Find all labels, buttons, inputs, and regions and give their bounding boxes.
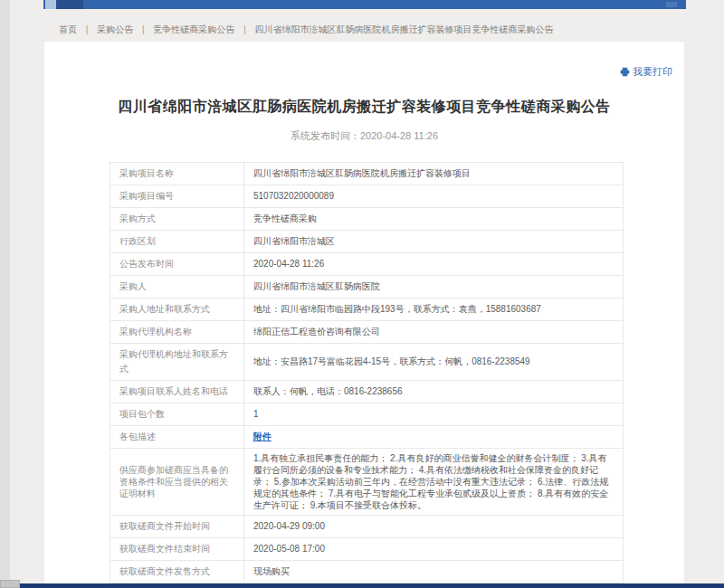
breadcrumb-home-link[interactable]: 首页 <box>59 24 77 34</box>
row-label: 项目包个数 <box>110 403 244 426</box>
page: 首页 | 采购公告 | 竞争性磋商采购公告 | 四川省绵阳市涪城区肛肠病医院机房… <box>0 0 724 588</box>
row-value: 地址：四川省绵阳市临园路中段193号，联系方式：袁燕，15881603687 <box>244 299 624 321</box>
table-row: 采购代理机构地址和联系方式 地址：安昌路17号富临花园4-15号，联系方式：何帆… <box>110 344 624 381</box>
table-row: 公告发布时间 2020-04-28 11:26 <box>110 253 624 276</box>
page-title: 四川省绵阳市涪城区肛肠病医院机房搬迁扩容装修项目竞争性磋商采购公告 <box>44 98 684 117</box>
printer-icon <box>620 67 630 77</box>
attachment-link[interactable]: 附件 <box>253 432 272 441</box>
row-value: 5107032020000089 <box>244 185 624 208</box>
publish-time: 系统发布时间：2020-04-28 11:26 <box>44 129 684 143</box>
breadcrumb-separator: | <box>142 24 145 34</box>
topbar-active-segment <box>56 0 83 9</box>
table-row: 行政区划 四川省绵阳市涪城区 <box>110 231 624 253</box>
row-label: 采购方式 <box>110 208 244 231</box>
row-label: 供应商参加磋商应当具备的资格条件和应当提供的相关证明材料 <box>110 449 244 516</box>
print-button-label: 我要打印 <box>633 65 672 79</box>
row-label: 获取磋商文件发售方式 <box>110 561 244 583</box>
topbar-right-icon <box>666 2 677 7</box>
row-value: 绵阳正信工程造价咨询有限公司 <box>244 321 624 344</box>
table-row: 采购项目联系人姓名和电话 联系人：何帆，电话：0816-2238656 <box>110 381 624 403</box>
topbar-logo-block <box>45 0 56 9</box>
row-label: 行政区划 <box>110 231 244 253</box>
row-label: 采购代理机构地址和联系方式 <box>110 344 244 381</box>
breadcrumb-competitive-consultation-link[interactable]: 竞争性磋商采购公告 <box>153 24 234 34</box>
footer-top-border <box>0 583 724 588</box>
row-label: 采购人地址和联系方式 <box>110 299 244 321</box>
print-button[interactable]: 我要打印 <box>620 65 672 79</box>
row-value: 联系人：何帆，电话：0816-2238656 <box>244 381 624 403</box>
table-row: 采购项目编号 5107032020000089 <box>110 185 624 208</box>
row-label: 采购项目联系人姓名和电话 <box>110 381 244 403</box>
row-value: 四川省绵阳市涪城区肛肠病医院 <box>244 276 624 299</box>
row-value: 地址：安昌路17号富临花园4-15号，联系方式：何帆，0816-2238549 <box>244 344 624 381</box>
breadcrumb-separator: | <box>243 24 246 34</box>
row-label: 采购人 <box>110 276 244 299</box>
table-row: 采购方式 竞争性磋商采购 <box>110 208 624 231</box>
row-value: 1.具有独立承担民事责任的能力； 2.具有良好的商业信誉和健全的财务会计制度； … <box>244 449 624 516</box>
horizontal-scrollbar-thumb[interactable] <box>0 580 20 588</box>
table-row: 采购项目名称 四川省绵阳市涪城区肛肠病医院机房搬迁扩容装修项目 <box>110 163 624 185</box>
breadcrumb: 首页 | 采购公告 | 竞争性磋商采购公告 | 四川省绵阳市涪城区肛肠病医院机房… <box>59 24 554 36</box>
table-row: 项目包个数 1 <box>110 403 624 426</box>
table-row: 供应商参加磋商应当具备的资格条件和应当提供的相关证明材料 1.具有独立承担民事责… <box>110 449 624 516</box>
row-value: 附件 <box>244 426 624 449</box>
table-row: 各包描述 附件 <box>110 426 624 449</box>
table-row: 获取磋商文件开始时间 2020-04-29 09:00 <box>110 516 624 538</box>
breadcrumb-separator: | <box>86 24 89 34</box>
row-value: 四川省绵阳市涪城区肛肠病医院机房搬迁扩容装修项目 <box>244 163 624 185</box>
row-label: 采购代理机构名称 <box>110 321 244 344</box>
table-row: 采购人地址和联系方式 地址：四川省绵阳市临园路中段193号，联系方式：袁燕，15… <box>110 299 624 321</box>
row-label: 获取磋商文件结束时间 <box>110 538 244 561</box>
row-label: 采购项目名称 <box>110 163 244 185</box>
row-label: 采购项目编号 <box>110 185 244 208</box>
row-value: 2020-04-29 09:00 <box>244 516 624 538</box>
table-row: 采购人 四川省绵阳市涪城区肛肠病医院 <box>110 276 624 299</box>
table-row: 获取磋商文件发售方式 现场购买 <box>110 561 624 583</box>
row-label: 各包描述 <box>110 426 244 449</box>
breadcrumb-procurement-notices-link[interactable]: 采购公告 <box>97 24 133 34</box>
row-value: 2020-05-08 17:00 <box>244 538 624 561</box>
announcement-detail-table: 采购项目名称 四川省绵阳市涪城区肛肠病医院机房搬迁扩容装修项目 采购项目编号 5… <box>110 162 624 588</box>
top-nav-bar-clipped <box>43 0 686 9</box>
table-row: 获取磋商文件结束时间 2020-05-08 17:00 <box>110 538 624 561</box>
breadcrumb-current-page: 四川省绵阳市涪城区肛肠病医院机房搬迁扩容装修项目竞争性磋商采购公告 <box>255 24 554 34</box>
row-value: 1 <box>244 403 624 426</box>
page-left-margin <box>0 0 10 588</box>
row-label: 获取磋商文件开始时间 <box>110 516 244 538</box>
table-row: 采购代理机构名称 绵阳正信工程造价咨询有限公司 <box>110 321 624 344</box>
row-value: 现场购买 <box>244 561 624 583</box>
row-label: 公告发布时间 <box>110 253 244 276</box>
row-value: 四川省绵阳市涪城区 <box>244 231 624 253</box>
content-panel: 我要打印 四川省绵阳市涪城区肛肠病医院机房搬迁扩容装修项目竞争性磋商采购公告 系… <box>43 41 685 588</box>
row-value: 2020-04-28 11:26 <box>244 253 624 276</box>
row-value: 竞争性磋商采购 <box>244 208 624 231</box>
